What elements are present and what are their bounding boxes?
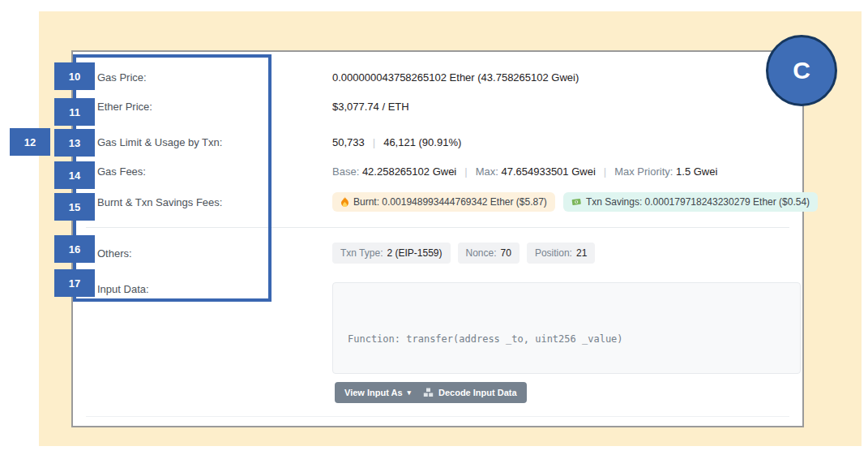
txn-type-value: 2 (EIP-1559) xyxy=(387,247,442,259)
separator: | xyxy=(604,165,606,178)
position-value: 21 xyxy=(576,247,587,259)
gas-fees-value: Base: 42.258265102 Gwei|Max: 47.65493350… xyxy=(332,165,717,178)
annotation-tab-15: 15 xyxy=(54,193,95,221)
gas-limit-value: 50,733|46,121 (90.91%) xyxy=(332,136,461,148)
txn-savings-label: Txn Savings: xyxy=(586,196,642,208)
annotation-tab-11: 11 xyxy=(54,98,95,126)
input-data-box: Function: transfer(address _to, uint256 … xyxy=(332,282,801,374)
burnt-savings-row: Burnt: 0.001948993444769342 Ether ($5.87… xyxy=(332,192,818,212)
function-signature: Function: transfer(address _to, uint256 … xyxy=(348,330,785,348)
separator: | xyxy=(373,136,375,148)
base-fee-label: Base: xyxy=(332,165,359,178)
annotation-tab-14: 14 xyxy=(54,161,95,189)
position-badge: Position: 21 xyxy=(527,243,595,264)
cubes-icon xyxy=(423,388,434,397)
gas-fees-label: Gas Fees: xyxy=(97,165,146,178)
input-data-label: Input Data: xyxy=(97,283,149,295)
txn-type-label: Txn Type: xyxy=(340,247,383,259)
burnt-value: 0.001948993444769342 Ether ($5.87) xyxy=(382,196,547,208)
base-fee-value: 42.258265102 Gwei xyxy=(362,165,456,178)
gas-usage-amount: 46,121 (90.91%) xyxy=(383,136,461,148)
others-row: Txn Type: 2 (EIP-1559) Nonce: 70 Positio… xyxy=(332,243,595,264)
annotation-tab-12: 12 xyxy=(10,128,50,156)
burnt-savings-label: Burnt & Txn Savings Fees: xyxy=(97,196,222,208)
position-label: Position: xyxy=(535,247,572,259)
txn-type-badge: Txn Type: 2 (EIP-1559) xyxy=(332,243,451,264)
gas-price-label: Gas Price: xyxy=(97,71,147,84)
max-fee-label: Max: xyxy=(476,165,498,178)
ether-price-label: Ether Price: xyxy=(97,101,152,113)
max-priority-fee-value: 1.5 Gwei xyxy=(676,165,717,178)
nonce-badge: Nonce: 70 xyxy=(458,243,520,264)
gas-limit-amount: 50,733 xyxy=(332,136,365,148)
gas-limit-label: Gas Limit & Usage by Txn: xyxy=(97,136,222,148)
max-priority-fee-label: Max Priority: xyxy=(614,165,673,178)
savings-money-icon xyxy=(571,197,582,207)
burnt-label: Burnt: xyxy=(353,196,379,208)
section-divider xyxy=(86,227,789,228)
burnt-fee-badge: Burnt: 0.001948993444769342 Ether ($5.87… xyxy=(332,192,555,212)
annotation-circle-c: C xyxy=(766,35,837,106)
nonce-label: Nonce: xyxy=(466,247,497,259)
decode-input-data-label: Decode Input Data xyxy=(438,388,517,397)
annotation-tab-16: 16 xyxy=(54,235,95,263)
ether-price-value: $3,077.74 / ETH xyxy=(332,101,409,113)
nonce-value: 70 xyxy=(501,247,511,259)
chevron-down-icon: ▾ xyxy=(408,389,412,397)
bottom-divider xyxy=(86,416,789,417)
txn-savings-value: 0.000179718243230279 Ether ($0.54) xyxy=(645,196,810,208)
flame-icon xyxy=(340,196,349,208)
separator: | xyxy=(464,165,467,178)
annotation-tab-13: 13 xyxy=(54,129,95,157)
annotation-tab-10: 10 xyxy=(54,62,95,90)
others-label: Others: xyxy=(97,247,132,260)
gas-price-value: 0.000000043758265102 Ether (43.758265102… xyxy=(332,71,579,84)
view-input-as-label: View Input As xyxy=(344,388,403,397)
annotation-tab-17: 17 xyxy=(54,269,95,297)
view-input-as-button[interactable]: View Input As ▾ xyxy=(335,382,421,403)
decode-input-data-button[interactable]: Decode Input Data xyxy=(413,382,527,403)
max-fee-value: 47.654933501 Gwei xyxy=(501,165,595,178)
txn-savings-badge: Txn Savings: 0.000179718243230279 Ether … xyxy=(563,192,818,212)
transaction-details-screenshot: Gas Price: Ether Price: Gas Limit & Usag… xyxy=(0,0,868,455)
